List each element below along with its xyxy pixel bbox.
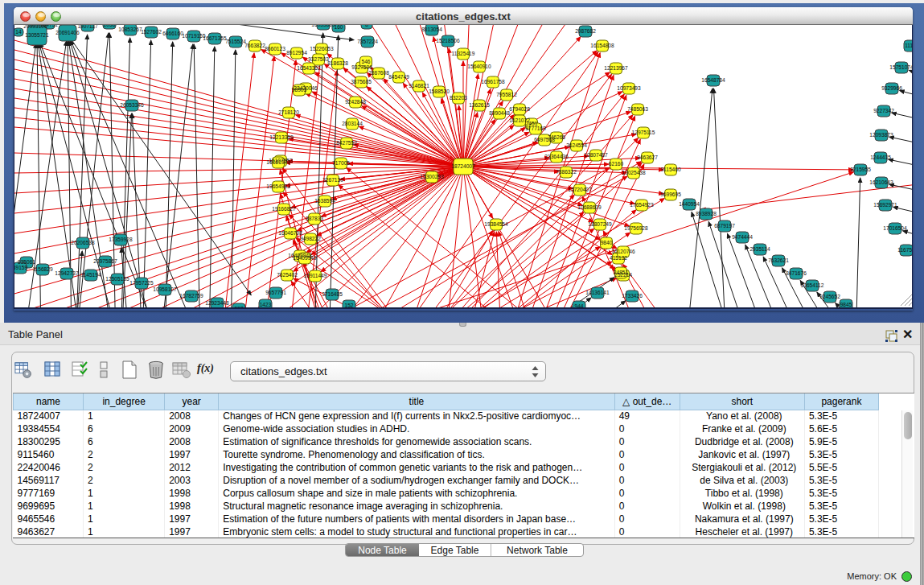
svg-text:10025438: 10025438 — [622, 170, 646, 175]
svg-text:7886322: 7886322 — [556, 169, 577, 175]
svg-text:16911449: 16911449 — [304, 273, 327, 278]
svg-text:1112: 1112 — [905, 43, 913, 48]
svg-text:8938928: 8938928 — [696, 211, 717, 216]
svg-text:6879197: 6879197 — [714, 223, 735, 229]
svg-text:16210643: 16210643 — [869, 179, 893, 185]
svg-text:1362615: 1362615 — [469, 102, 490, 108]
svg-text:16782759: 16782759 — [179, 293, 203, 299]
svg-text:7632621: 7632621 — [768, 257, 789, 263]
svg-text:2867608: 2867608 — [368, 70, 389, 76]
svg-text:1588520: 1588520 — [429, 89, 450, 94]
svg-text:9242848: 9242848 — [345, 99, 366, 105]
svg-text:16154808: 16154808 — [590, 43, 614, 48]
svg-text:7625402: 7625402 — [277, 272, 298, 278]
svg-text:152: 152 — [344, 303, 353, 307]
svg-text:835061: 835061 — [18, 259, 35, 265]
svg-text:8813054: 8813054 — [421, 27, 442, 32]
svg-text:19384554: 19384554 — [484, 221, 508, 227]
svg-text:1440954: 1440954 — [679, 201, 700, 207]
svg-text:1145194: 1145194 — [80, 272, 101, 278]
svg-text:9227342: 9227342 — [873, 108, 894, 113]
svg-text:16120746: 16120746 — [611, 249, 635, 254]
svg-text:9777169: 9777169 — [525, 126, 546, 131]
svg-text:18724007: 18724007 — [451, 163, 475, 169]
svg-text:19166827: 19166827 — [272, 206, 296, 212]
svg-text:8215955: 8215955 — [850, 167, 871, 172]
svg-text:8186328: 8186328 — [327, 60, 348, 66]
svg-text:2718120: 2718120 — [278, 109, 299, 115]
svg-text:7663822: 7663822 — [244, 43, 265, 48]
svg-text:944: 944 — [574, 303, 583, 307]
svg-text:13055721: 13055721 — [25, 32, 49, 38]
svg-text:9463627: 9463627 — [637, 154, 658, 160]
svg-text:18807249: 18807249 — [588, 221, 612, 227]
svg-text:1733426: 1733426 — [622, 293, 643, 299]
svg-text:9474444: 9474444 — [732, 234, 753, 240]
svg-text:8: 8 — [365, 25, 368, 27]
svg-text:26053346: 26053346 — [120, 102, 144, 108]
svg-text:6497568: 6497568 — [534, 137, 555, 142]
svg-text:3624554: 3624554 — [566, 142, 587, 148]
svg-text:10853267: 10853267 — [118, 27, 142, 32]
svg-text:16033809: 16033809 — [311, 25, 335, 27]
svg-text:9115460: 9115460 — [660, 167, 681, 172]
svg-text:16671355: 16671355 — [203, 35, 227, 41]
svg-text:17359928: 17359928 — [109, 237, 133, 242]
svg-text:1907117: 1907117 — [77, 25, 98, 29]
svg-text:9245652: 9245652 — [819, 294, 840, 299]
svg-text:3267130: 3267130 — [322, 177, 343, 183]
svg-text:17957225: 17957225 — [129, 280, 154, 286]
svg-text:7955812: 7955812 — [496, 92, 517, 97]
svg-text:20691406: 20691406 — [55, 30, 80, 35]
svg-text:1423: 1423 — [260, 302, 272, 307]
svg-text:62160: 62160 — [609, 161, 624, 167]
svg-text:8454749: 8454749 — [388, 74, 409, 80]
svg-text:15226053: 15226053 — [310, 46, 334, 51]
svg-text:8990448: 8990448 — [489, 110, 510, 116]
svg-text:15218506: 15218506 — [436, 38, 460, 43]
svg-text:10807487: 10807487 — [584, 152, 608, 158]
svg-text:9327503: 9327503 — [308, 56, 329, 62]
svg-text:3716485: 3716485 — [322, 291, 343, 297]
svg-text:16161973: 16161973 — [266, 159, 290, 165]
svg-text:9498222: 9498222 — [300, 236, 321, 241]
svg-text:12505135: 12505135 — [105, 276, 129, 282]
svg-text:7515524: 7515524 — [225, 39, 246, 44]
svg-text:3875685: 3875685 — [351, 79, 372, 84]
svg-text:10654112: 10654112 — [801, 282, 824, 288]
svg-text:1244415: 1244415 — [870, 154, 891, 160]
svg-text:15692971: 15692971 — [873, 202, 897, 208]
svg-text:15751074: 15751074 — [889, 64, 913, 70]
svg-text:7485063: 7485063 — [627, 106, 648, 112]
svg-text:9657791: 9657791 — [265, 290, 286, 295]
svg-text:12093873: 12093873 — [869, 132, 893, 138]
svg-text:9699695: 9699695 — [660, 192, 681, 197]
svg-text:8660123: 8660123 — [265, 46, 285, 51]
svg-text:12942737: 12942737 — [55, 270, 79, 276]
svg-text:98903: 98903 — [292, 87, 307, 93]
svg-text:6466160: 6466160 — [162, 31, 183, 36]
svg-text:887833: 887833 — [306, 216, 323, 221]
svg-text:9845: 9845 — [840, 302, 852, 307]
svg-text:19756928: 19756928 — [624, 225, 648, 231]
svg-text:546: 546 — [361, 59, 370, 64]
svg-text:9329966: 9329966 — [881, 85, 902, 91]
svg-text:11325419: 11325419 — [452, 51, 475, 56]
svg-text:16543362: 16543362 — [297, 65, 321, 71]
svg-text:2087682: 2087682 — [575, 28, 596, 34]
svg-text:14: 14 — [15, 29, 22, 35]
svg-text:1527602: 1527602 — [141, 29, 162, 35]
svg-text:415132: 415132 — [610, 255, 627, 261]
svg-text:717005: 717005 — [332, 160, 350, 166]
svg-text:1538594: 1538594 — [314, 198, 335, 204]
svg-text:16409949: 16409949 — [293, 255, 317, 261]
svg-text:24851: 24851 — [614, 270, 629, 275]
svg-text:6794028: 6794028 — [509, 106, 530, 112]
svg-text:16548784: 16548784 — [701, 77, 725, 83]
svg-text:10688609: 10688609 — [577, 204, 602, 210]
svg-text:39159: 39159 — [14, 265, 27, 270]
svg-text:7357224: 7357224 — [357, 39, 378, 44]
svg-text:17016504: 17016504 — [883, 225, 907, 231]
svg-text:8912954: 8912954 — [286, 50, 307, 56]
svg-text:2803144: 2803144 — [342, 121, 363, 126]
